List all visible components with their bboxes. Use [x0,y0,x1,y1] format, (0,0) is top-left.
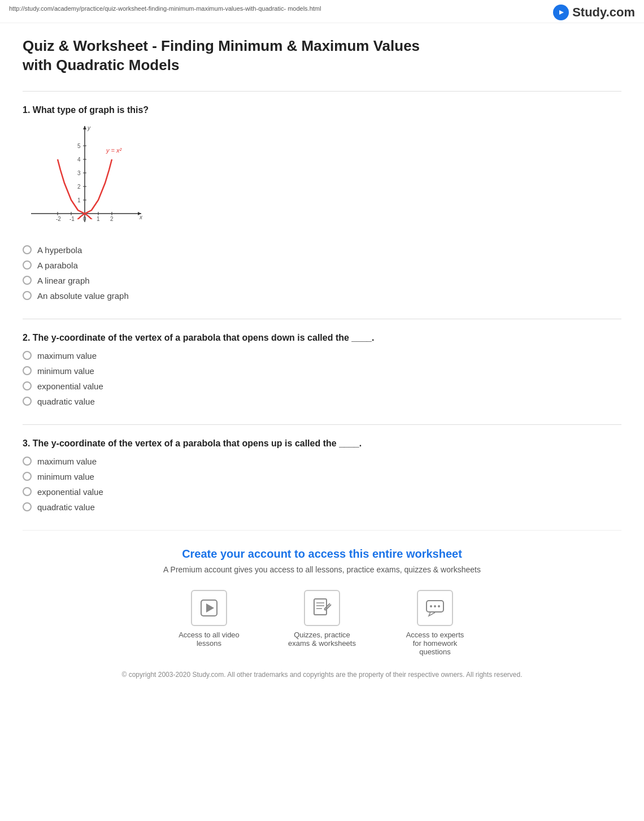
svg-text:2: 2 [110,216,114,222]
option-3-2-label: minimum value [37,472,94,481]
question-2-options: maximum value minimum value exponential … [23,351,621,406]
top-bar: http://study.com/academy/practice/quiz-w… [0,0,644,23]
cta-video-item: Access to all video lessons [175,590,243,656]
svg-text:0: 0 [83,216,86,222]
svg-text:-1: -1 [69,216,75,222]
question-2-block: 2. The y-coordinate of the vertex of a p… [23,333,621,406]
option-2-1[interactable]: maximum value [23,351,621,360]
radio-3-2[interactable] [23,472,32,481]
cta-video-label: Access to all video lessons [175,631,243,648]
radio-2-3[interactable] [23,381,32,390]
svg-point-42 [430,605,432,607]
radio-1-4[interactable] [23,291,32,300]
svg-point-43 [434,605,436,607]
footer-text: © copyright 2003-2020 Study.com. All oth… [34,670,610,680]
parabola-graph-container: -2 -1 0 1 2 x y 1 2 3 [23,123,147,236]
cta-experts-item: Access to experts for homework questions [401,590,469,656]
question-3-text: 3. The y-coordinate of the vertex of a p… [23,438,621,449]
logo: Study.com [553,5,635,20]
option-2-2[interactable]: minimum value [23,366,621,376]
cta-section: Create your account to access this entir… [23,530,621,691]
option-1-1-label: A hyperbola [37,245,82,255]
option-3-1[interactable]: maximum value [23,457,621,466]
option-3-2[interactable]: minimum value [23,472,621,481]
parabola-svg: -2 -1 0 1 2 x y 1 2 3 [23,123,147,236]
svg-text:y = x²: y = x² [106,147,122,154]
option-3-4[interactable]: quadratic value [23,502,621,512]
logo-icon [553,5,569,20]
svg-rect-33 [314,599,327,615]
logo-text: Study.com [572,5,635,20]
cta-video-icon-box [191,590,227,626]
cta-quiz-icon-box [304,590,340,626]
radio-1-2[interactable] [23,260,32,270]
radio-3-4[interactable] [23,502,32,511]
cta-title: Create your account to access this entir… [34,548,610,561]
option-3-4-label: quadratic value [37,502,95,512]
option-2-3-label: exponential value [37,381,103,391]
radio-1-1[interactable] [23,245,32,254]
option-2-2-label: minimum value [37,366,94,376]
option-3-3-label: exponential value [37,487,103,497]
q1-divider [23,319,621,319]
svg-point-44 [438,605,440,607]
cta-quiz-item: Quizzes, practice exams & worksheets [288,590,356,656]
cta-experts-icon-box [417,590,453,626]
question-3-block: 3. The y-coordinate of the vertex of a p… [23,438,621,512]
radio-1-3[interactable] [23,276,32,285]
quiz-icon [311,598,333,618]
cta-subtitle: A Premium account gives you access to al… [34,565,610,574]
option-2-4[interactable]: quadratic value [23,397,621,406]
svg-text:2: 2 [77,184,81,190]
option-1-2[interactable]: A parabola [23,260,621,270]
svg-text:-2: -2 [56,216,61,222]
svg-text:3: 3 [77,170,81,176]
url-text: http://study.com/academy/practice/quiz-w… [9,5,321,13]
option-1-3[interactable]: A linear graph [23,276,621,285]
option-1-2-label: A parabola [37,260,78,270]
option-2-4-label: quadratic value [37,397,95,406]
question-3-options: maximum value minimum value exponential … [23,457,621,512]
svg-line-39 [324,609,325,610]
radio-2-1[interactable] [23,351,32,360]
svg-text:1: 1 [97,216,100,222]
question-1-block: 1. What type of graph is this? [23,105,621,301]
cta-experts-label: Access to experts for homework questions [401,631,469,656]
option-1-1[interactable]: A hyperbola [23,245,621,255]
title-divider [23,91,621,92]
cta-quiz-label: Quizzes, practice exams & worksheets [288,631,356,648]
svg-text:x: x [139,214,143,220]
chat-icon [425,598,445,618]
page-title: Quiz & Worksheet - Finding Minimum & Max… [23,37,621,75]
radio-3-1[interactable] [23,457,32,466]
main-content: Quiz & Worksheet - Finding Minimum & Max… [0,23,644,708]
question-1-text: 1. What type of graph is this? [23,105,621,115]
option-2-3[interactable]: exponential value [23,381,621,391]
svg-text:1: 1 [77,197,81,203]
option-3-3[interactable]: exponential value [23,487,621,497]
svg-text:y: y [87,125,91,131]
play-icon [199,598,219,618]
question-1-options: A hyperbola A parabola A linear graph An… [23,245,621,301]
option-2-1-label: maximum value [37,351,97,360]
radio-2-2[interactable] [23,366,32,375]
option-1-4[interactable]: An absolute value graph [23,291,621,301]
question-2-text: 2. The y-coordinate of the vertex of a p… [23,333,621,343]
svg-marker-32 [206,603,214,613]
option-1-3-label: A linear graph [37,276,90,285]
radio-3-3[interactable] [23,487,32,496]
svg-text:5: 5 [77,143,81,149]
option-1-4-label: An absolute value graph [37,291,129,301]
svg-text:4: 4 [77,157,81,163]
option-3-1-label: maximum value [37,457,97,466]
cta-icons: Access to all video lessons [34,590,610,656]
q2-divider [23,424,621,425]
radio-2-4[interactable] [23,397,32,406]
